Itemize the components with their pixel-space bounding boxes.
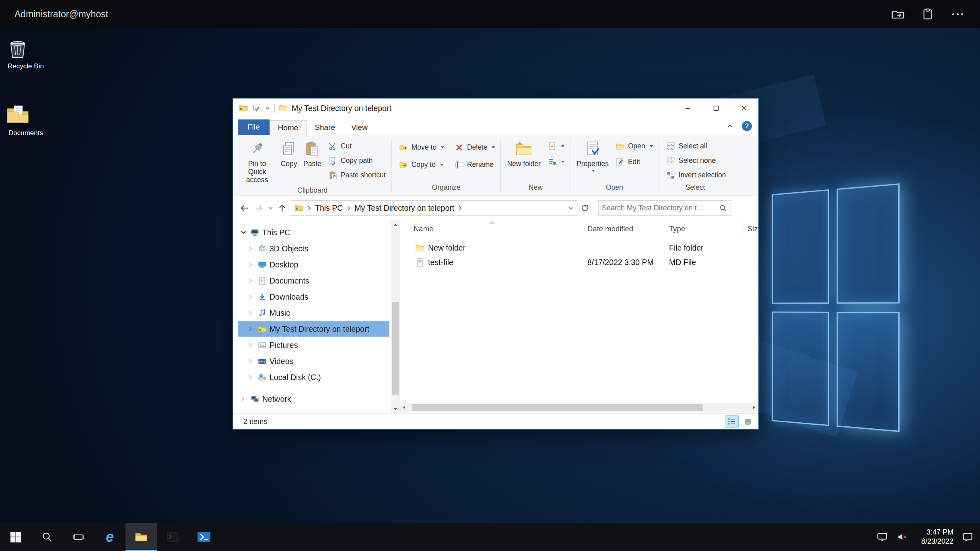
taskbar-clock[interactable]: 3:47 PM 8/23/2022 — [916, 528, 953, 547]
breadcrumb-chevron-icon[interactable] — [306, 205, 312, 211]
explorer-app-icon[interactable] — [239, 103, 248, 113]
refresh-button[interactable] — [577, 200, 592, 216]
copy-button[interactable]: Copy — [277, 138, 301, 169]
large-icons-view-button[interactable] — [741, 416, 754, 427]
cut-button[interactable]: Cut — [326, 140, 388, 152]
column-header-type[interactable]: Type — [665, 220, 743, 237]
breadcrumb-chevron-icon[interactable] — [346, 205, 352, 211]
remote-display-tray-icon[interactable] — [876, 531, 888, 543]
file-explorer-taskbar-button[interactable] — [126, 523, 157, 551]
chevron-right-icon[interactable] — [247, 277, 255, 285]
tree-item-network[interactable]: Network — [233, 391, 391, 407]
tree-item-downloads[interactable]: Downloads — [233, 289, 391, 305]
move-to-button[interactable]: Move to — [397, 142, 447, 153]
search-icon[interactable] — [719, 204, 727, 212]
tree-item-local-disk[interactable]: Local Disk (C:) — [233, 369, 391, 385]
chevron-right-icon[interactable] — [247, 325, 255, 333]
title-bar[interactable]: My Test Directory on teleport — [233, 99, 758, 118]
task-view-button[interactable] — [63, 523, 94, 551]
tree-item-documents[interactable]: Documents — [233, 273, 391, 289]
column-header-name[interactable]: Name — [400, 220, 583, 237]
scroll-right-icon[interactable] — [749, 403, 758, 412]
search-box[interactable] — [598, 200, 731, 216]
share-directory-icon[interactable] — [890, 6, 906, 22]
invert-selection-button[interactable]: Invert selection — [664, 169, 729, 181]
column-header-size[interactable]: Size — [743, 220, 758, 237]
edit-button[interactable]: Edit — [613, 156, 655, 168]
maximize-button[interactable] — [702, 99, 730, 118]
volume-muted-icon[interactable] — [896, 531, 908, 543]
help-icon[interactable]: ? — [742, 121, 752, 131]
pin-to-quick-access-button[interactable]: Pin to Quick access — [237, 138, 277, 185]
chevron-right-icon[interactable] — [247, 309, 255, 317]
chevron-right-icon[interactable] — [247, 293, 255, 301]
file-row-new-folder[interactable]: New folder File folder — [400, 241, 758, 255]
breadcrumb-this-pc[interactable]: This PC — [315, 204, 343, 213]
desktop-icon-recycle-bin[interactable]: Recycle Bin — [5, 35, 47, 70]
address-dropdown-icon[interactable] — [568, 205, 574, 211]
select-all-button[interactable]: Select all — [664, 140, 729, 152]
chevron-right-icon[interactable] — [247, 261, 255, 269]
close-button[interactable] — [730, 99, 758, 118]
search-input[interactable] — [602, 204, 719, 212]
start-button[interactable] — [0, 523, 31, 551]
chevron-right-icon[interactable] — [247, 373, 255, 381]
desktop-icon-documents[interactable]: Documents — [5, 101, 47, 137]
chevron-down-icon[interactable] — [239, 228, 247, 236]
tree-item-music[interactable]: Music — [233, 305, 391, 321]
scrollbar-thumb[interactable] — [392, 302, 399, 395]
chevron-right-icon[interactable] — [239, 395, 247, 403]
clipboard-icon[interactable] — [920, 6, 936, 22]
paste-shortcut-button[interactable]: Paste shortcut — [326, 169, 388, 181]
select-none-button[interactable]: Select none — [664, 155, 729, 167]
tree-item-pictures[interactable]: Pictures — [233, 337, 391, 353]
tab-share[interactable]: Share — [307, 120, 343, 135]
properties-button[interactable]: Properties — [574, 138, 611, 173]
recent-locations-chevron-icon[interactable] — [266, 201, 275, 215]
minimize-button[interactable] — [674, 99, 702, 118]
scrollbar-thumb[interactable] — [412, 404, 703, 411]
tree-item-videos[interactable]: Videos — [233, 353, 391, 369]
column-header-date-modified[interactable]: Date modified — [583, 220, 665, 237]
open-button[interactable]: Open — [613, 140, 655, 152]
forward-button[interactable] — [251, 201, 266, 215]
easy-access-button[interactable] — [545, 156, 567, 168]
copy-path-button[interactable]: Copy path — [326, 155, 388, 167]
tree-item-teleport-directory[interactable]: My Test Directory on teleport — [233, 321, 391, 337]
details-view-button[interactable] — [725, 416, 738, 427]
more-menu-icon[interactable] — [949, 6, 966, 22]
scroll-down-icon[interactable] — [391, 405, 400, 413]
chevron-right-icon[interactable] — [247, 245, 255, 253]
tree-item-this-pc[interactable]: This PC — [233, 224, 391, 241]
tab-view[interactable]: View — [343, 120, 376, 135]
horizontal-scrollbar[interactable] — [400, 403, 758, 412]
breadcrumb-chevron-icon[interactable] — [457, 205, 463, 211]
internet-explorer-icon[interactable]: e — [94, 523, 126, 551]
up-button[interactable] — [275, 201, 289, 215]
new-item-button[interactable] — [545, 140, 567, 152]
tree-item-desktop[interactable]: Desktop — [233, 257, 391, 273]
tree-item-3d-objects[interactable]: 3D Objects — [233, 241, 391, 257]
back-button[interactable] — [237, 201, 251, 215]
qat-properties-icon[interactable] — [252, 104, 261, 113]
copy-to-button[interactable]: Copy to — [397, 159, 447, 171]
paste-button[interactable]: Paste — [301, 138, 324, 169]
taskbar-search-button[interactable] — [31, 523, 63, 551]
powershell-icon[interactable] — [188, 523, 220, 551]
command-prompt-icon[interactable] — [157, 523, 188, 551]
tab-home[interactable]: Home — [270, 120, 307, 135]
chevron-right-icon[interactable] — [247, 341, 255, 349]
file-row-test-file[interactable]: test-file 8/17/2022 3:30 PM MD File — [400, 255, 758, 269]
tab-file[interactable]: File — [238, 119, 270, 135]
tree-scrollbar[interactable] — [391, 220, 400, 413]
chevron-right-icon[interactable] — [247, 357, 255, 365]
rename-button[interactable]: Rename — [452, 159, 498, 171]
breadcrumb-current-dir[interactable]: My Test Directory on teleport — [354, 204, 454, 213]
delete-button[interactable]: Delete — [452, 142, 498, 153]
address-bar[interactable]: This PC My Test Directory on teleport — [291, 200, 577, 216]
collapse-ribbon-icon[interactable] — [727, 123, 734, 130]
scroll-left-icon[interactable] — [400, 403, 409, 412]
qat-customize-chevron-icon[interactable] — [265, 105, 270, 111]
action-center-icon[interactable] — [961, 531, 974, 543]
new-folder-button[interactable]: New folder — [504, 138, 544, 169]
